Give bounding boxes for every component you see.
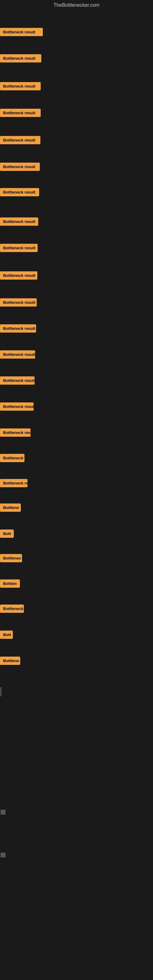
site-title: TheBottlenecker.com xyxy=(0,0,153,10)
bottleneck-bar-row: Bottleneck result xyxy=(0,402,33,412)
bottleneck-result-bar[interactable]: Bottleneck result xyxy=(0,82,41,90)
bottleneck-result-bar[interactable]: Bottleneck re xyxy=(0,479,27,487)
bottleneck-result-bar[interactable]: Bottleneck result xyxy=(0,188,39,196)
bottleneck-bar-row: Bottleneck result xyxy=(0,271,37,281)
bottleneck-result-bar[interactable]: Bottleneck result xyxy=(0,109,41,117)
bottleneck-result-bar[interactable]: Bottleneck result xyxy=(0,324,36,332)
bottleneck-bar-row: Bottlen xyxy=(0,579,20,589)
bottleneck-bar-row: Bottleneck result xyxy=(0,244,38,253)
bottleneck-result-bar[interactable]: Bottleneck result xyxy=(0,136,40,144)
bottleneck-bar-row: Bottlenec xyxy=(0,554,22,563)
bottleneck-result-bar[interactable]: Bottleneck xyxy=(0,454,24,462)
small-element-0 xyxy=(1,810,5,815)
bottleneck-result-bar[interactable]: Bottleneck result xyxy=(0,350,35,359)
bottleneck-bar-row: Bottleneck re xyxy=(0,479,27,488)
bottleneck-result-bar[interactable]: Bottlene xyxy=(0,657,20,665)
bottleneck-result-bar[interactable]: Bottleneck result xyxy=(0,376,35,385)
bottleneck-result-bar[interactable]: Bottleneck result xyxy=(0,162,40,171)
bottleneck-bar-row: Bottleneck result xyxy=(0,28,43,37)
bottleneck-bar-row: Bottleneck result xyxy=(0,350,35,360)
bottleneck-result-bar[interactable]: Bottlene xyxy=(0,503,21,512)
bottleneck-result-bar[interactable]: Bottlenec xyxy=(0,554,22,562)
bottleneck-result-bar[interactable]: Bottleneck result xyxy=(0,244,38,252)
bottleneck-result-bar[interactable]: Bottleneck result xyxy=(0,28,43,36)
bottleneck-bar-row: Bottleneck result xyxy=(0,109,41,118)
bottleneck-bar-row: Bottleneck result xyxy=(0,162,40,172)
bottleneck-bar-row: Bottleneck result xyxy=(0,376,35,386)
bottleneck-result-bar[interactable]: Bottleneck result xyxy=(0,218,38,226)
bottleneck-bar-row: Bottleneck xyxy=(0,454,24,463)
bottleneck-bar-row: Bottlene xyxy=(0,503,21,513)
bottleneck-bar-row: Bottleneck xyxy=(0,605,24,614)
bottleneck-bar-row: Bott xyxy=(0,530,14,539)
bottleneck-bar-row: Bottleneck result xyxy=(0,324,36,334)
bottleneck-result-bar[interactable]: Bott xyxy=(0,530,14,538)
bottleneck-bar-row: Bottleneck result xyxy=(0,298,37,308)
bottleneck-bar-row: Bottleneck res xyxy=(0,428,30,438)
cursor-indicator xyxy=(1,687,1,697)
bottleneck-bar-row: Bottleneck result xyxy=(0,188,39,197)
bottleneck-bar-row: Bottleneck result xyxy=(0,218,38,227)
bottleneck-result-bar[interactable]: Bottleneck result xyxy=(0,271,37,280)
bottleneck-result-bar[interactable]: Bottleneck xyxy=(0,605,24,613)
bottleneck-bar-row: Bottleneck result xyxy=(0,54,41,64)
bottleneck-bar-row: Bottlene xyxy=(0,657,20,666)
bottleneck-result-bar[interactable]: Bottleneck result xyxy=(0,402,33,411)
bottleneck-bar-row: Bottleneck result xyxy=(0,82,41,92)
bottleneck-result-bar[interactable]: Bottleneck result xyxy=(0,298,37,307)
bottleneck-bar-row: Bottleneck result xyxy=(0,136,40,145)
bottleneck-result-bar[interactable]: Bottleneck res xyxy=(0,428,30,437)
bottleneck-bar-row: Bott xyxy=(0,630,13,640)
bottleneck-result-bar[interactable]: Bottlen xyxy=(0,579,20,588)
bottleneck-result-bar[interactable]: Bottleneck result xyxy=(0,54,41,62)
bottleneck-result-bar[interactable]: Bott xyxy=(0,630,13,639)
small-element-1 xyxy=(1,853,5,858)
